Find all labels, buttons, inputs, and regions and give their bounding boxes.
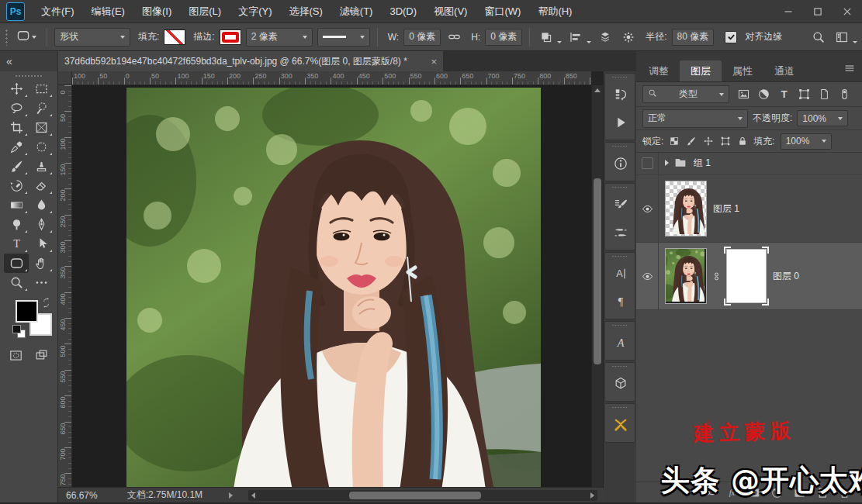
path-selection-tool[interactable]	[29, 234, 54, 254]
quick-mask-button[interactable]	[9, 348, 23, 365]
type-tool[interactable]: T	[4, 234, 29, 254]
filter-type-layers[interactable]: T	[777, 88, 791, 101]
rectangular-marquee-tool[interactable]	[29, 79, 54, 98]
expand-group-icon[interactable]	[665, 160, 669, 166]
stroke-width-select[interactable]: 2 像素	[246, 28, 313, 47]
blend-mode-select[interactable]: 正常	[642, 109, 748, 128]
dock-drag-handle[interactable]	[611, 255, 628, 257]
filter-adjustment-layers[interactable]	[757, 88, 770, 101]
ruler-origin-corner[interactable]	[58, 71, 72, 85]
stroke-swatch[interactable]	[220, 29, 241, 45]
healing-patch-tool[interactable]	[29, 137, 54, 157]
width-input[interactable]: 0 像素	[403, 29, 441, 46]
tool-settings-gear-button[interactable]	[619, 29, 638, 45]
vertical-scrollbar[interactable]	[592, 85, 603, 487]
close-tab-icon[interactable]: ×	[431, 56, 437, 67]
horizontal-scrollbar[interactable]	[248, 490, 597, 501]
minimize-button[interactable]	[774, 0, 803, 22]
filter-smart-objects[interactable]	[818, 88, 831, 101]
history-brush-tool[interactable]	[4, 176, 29, 195]
menu-item[interactable]: 3D(D)	[381, 0, 425, 22]
panel-tab[interactable]: 图层	[680, 60, 722, 81]
vertical-scroll-thumb[interactable]	[594, 178, 601, 364]
panel-tab[interactable]: 属性	[722, 60, 763, 81]
options-drag-handle[interactable]	[5, 29, 9, 46]
path-arrangement-button[interactable]	[596, 29, 614, 45]
move-tool[interactable]	[4, 79, 29, 98]
tool-preset-button[interactable]	[13, 27, 40, 47]
link-dimensions-icon[interactable]	[445, 29, 463, 44]
pen-tool[interactable]	[29, 215, 54, 234]
search-icon[interactable]	[809, 29, 828, 45]
vertical-ruler[interactable]: 0501001502002503003504004505005506006507…	[58, 85, 72, 487]
panel-tab[interactable]: 调整	[638, 60, 680, 81]
menu-item[interactable]: 帮助(H)	[529, 0, 580, 22]
screen-mode-button[interactable]	[34, 348, 49, 365]
opacity-input[interactable]: 100%	[797, 110, 848, 126]
menu-item[interactable]: 窗口(W)	[476, 0, 529, 22]
path-operations-button[interactable]	[537, 29, 556, 45]
zoom-level-field[interactable]: 66.67%	[66, 490, 98, 501]
workspace-switcher-icon[interactable]	[833, 29, 851, 45]
layer-thumbnail[interactable]	[665, 181, 707, 236]
horizontal-ruler[interactable]: 1005005010015020025030035040045050055060…	[72, 71, 591, 85]
menu-item[interactable]: 编辑(E)	[83, 0, 133, 22]
stroke-style-select[interactable]	[317, 28, 370, 47]
canvas-image[interactable]	[126, 88, 541, 487]
menu-item[interactable]: 选择(S)	[280, 0, 331, 22]
blur-tool[interactable]	[29, 195, 54, 215]
layer-row[interactable]: 组 1	[636, 151, 862, 175]
panel-menu-icon[interactable]	[843, 62, 856, 77]
visibility-toggle[interactable]	[636, 243, 659, 309]
lock-artboard[interactable]	[720, 136, 731, 147]
layer-row[interactable]: 图层 1	[636, 175, 862, 243]
filter-toggle[interactable]	[838, 88, 851, 101]
scroll-up-icon[interactable]	[594, 88, 601, 92]
canvas-pasteboard[interactable]	[72, 85, 591, 487]
dodge-tool[interactable]	[4, 215, 29, 234]
zoom-tool[interactable]	[4, 273, 29, 292]
character-panel-button[interactable]: A	[605, 260, 636, 288]
menu-item[interactable]: 视图(V)	[425, 0, 476, 22]
lasso-tool[interactable]	[4, 98, 29, 118]
scroll-left-icon[interactable]	[251, 492, 255, 499]
menu-item[interactable]: 滤镜(T)	[331, 0, 382, 22]
brushes-panel-button[interactable]	[605, 219, 636, 247]
layer-thumbnail[interactable]	[665, 248, 707, 304]
default-colors-icon[interactable]	[12, 325, 25, 337]
fill-opacity-input[interactable]: 100%	[781, 133, 832, 150]
glyphs-panel-button[interactable]: A	[605, 329, 636, 357]
path-alignment-button[interactable]	[566, 29, 585, 45]
close-button[interactable]	[833, 0, 862, 22]
lock-position[interactable]	[703, 136, 714, 147]
swap-colors-icon[interactable]	[40, 297, 52, 311]
dock-drag-handle[interactable]	[611, 145, 628, 147]
paragraph-panel-button[interactable]: ¶	[605, 288, 636, 316]
height-input[interactable]: 0 像素	[485, 29, 522, 46]
visibility-toggle[interactable]	[636, 175, 659, 242]
dock-drag-handle[interactable]	[611, 186, 628, 188]
filter-type-select[interactable]: 类型	[642, 85, 729, 103]
history-panel-button[interactable]	[605, 81, 636, 109]
eyedropper-tool[interactable]	[4, 137, 29, 157]
foreground-color-swatch[interactable]	[16, 300, 38, 323]
clone-stamp-tool[interactable]	[29, 157, 54, 176]
brush-settings-panel-button[interactable]	[605, 191, 636, 219]
maximize-button[interactable]	[803, 0, 833, 22]
dock-drag-handle[interactable]	[611, 324, 628, 326]
filter-pixel-layers[interactable]	[737, 88, 750, 101]
hand-tool[interactable]	[29, 254, 54, 273]
scroll-right-icon[interactable]	[590, 492, 594, 499]
radius-input[interactable]: 80 像素	[672, 29, 715, 46]
quick-selection-tool[interactable]	[29, 98, 54, 118]
eraser-tool[interactable]	[29, 176, 54, 195]
menu-item[interactable]: 图层(L)	[180, 0, 230, 22]
document-tab[interactable]: 37d6db592b194e47bc40472f659bd3da_tplv-ob…	[58, 51, 443, 71]
dock-drag-handle[interactable]	[611, 406, 628, 409]
dock-drag-handle[interactable]	[611, 76, 628, 78]
info-panel-button[interactable]	[605, 150, 636, 178]
lock-all[interactable]	[737, 136, 748, 147]
brush-tool[interactable]	[4, 157, 29, 176]
rounded-rectangle-tool[interactable]	[4, 254, 29, 273]
collapse-panels-button[interactable]: «	[0, 51, 57, 71]
